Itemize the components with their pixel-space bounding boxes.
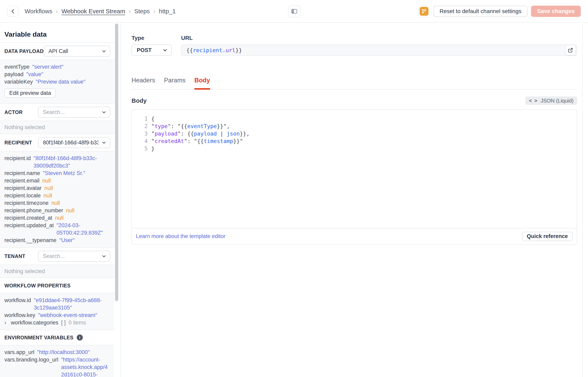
code-token: {{: [181, 123, 187, 129]
language-badge: < > JSON (Liquid): [525, 96, 577, 105]
back-button[interactable]: [7, 6, 19, 17]
variable-row: recipient.avatarnull: [4, 185, 110, 192]
code-token: {{: [187, 130, 194, 137]
tenant-select[interactable]: [38, 251, 110, 262]
edit-preview-data-button[interactable]: Edit preview data: [4, 88, 56, 98]
variable-value: null: [44, 192, 52, 199]
variable-value: null: [45, 185, 53, 192]
variable-row: recipient.phone_numbernull: [4, 207, 110, 214]
recipient-label: RECIPIENT: [4, 140, 32, 146]
variable-key: recipient.email: [4, 177, 39, 185]
code-line: 1{: [132, 115, 577, 122]
breadcrumb-separator: ›: [153, 8, 155, 14]
breadcrumb: Workflows › Webhook Event Stream › Steps…: [24, 8, 176, 15]
data-payload-selected: API Call: [48, 48, 68, 54]
expand-url-editor-button[interactable]: [565, 45, 576, 55]
method-select[interactable]: POST: [131, 45, 172, 56]
info-icon[interactable]: i: [77, 334, 83, 341]
save-changes-button[interactable]: Save changes: [531, 6, 581, 17]
actor-empty-section: Nothing selected: [0, 121, 114, 134]
sidebar-panel-icon: [291, 8, 298, 15]
recipient-select[interactable]: 80f1f4bf-166d-48f9-b33c: [38, 137, 110, 148]
workflow-properties-label: WORKFLOW PROPERTIES: [4, 283, 71, 289]
sidebar-scrollbar[interactable]: [115, 24, 118, 301]
method-selected: POST: [137, 47, 152, 53]
url-field: URL {{recipient.url}}: [181, 35, 577, 56]
url-label: URL: [181, 35, 577, 41]
recipient-selected: 80f1f4bf-166d-48f9-b33c: [43, 140, 98, 146]
tenant-label: TENANT: [4, 253, 25, 259]
actor-select[interactable]: [38, 107, 110, 118]
actor-row: ACTOR: [0, 103, 114, 121]
variable-row: payload"value": [4, 71, 110, 78]
variable-row: eventType"server:alert": [4, 63, 110, 71]
variable-key: recipient.created_at: [4, 214, 52, 222]
code-token: type: [154, 123, 168, 129]
tenant-empty-section: Nothing selected: [0, 265, 114, 278]
chevron-down-icon: [101, 254, 106, 259]
variable-value: null: [51, 199, 60, 207]
variable-value: "Steven Metz Sr.": [43, 170, 85, 177]
workflow-variable-list: workflow.id"e91ddae4-7f99-45cb-a688-3c12…: [4, 297, 110, 327]
recipient-properties-section: recipient.id"80f1f4bf-166d-48f9-b33c-390…: [0, 151, 114, 247]
commit-button[interactable]: [418, 5, 430, 17]
variable-key: recipient.name: [4, 170, 40, 177]
variable-value: "2024-03-05T00:42:29.839Z": [57, 222, 110, 237]
variable-row: vars.app_url"http://localhost:3000": [4, 349, 110, 356]
toggle-sidebar-button[interactable]: [288, 5, 301, 17]
line-number: 4: [132, 137, 148, 145]
tenant-search-input[interactable]: [43, 253, 98, 259]
recipient-variable-list: recipient.id"80f1f4bf-166d-48f9-b33c-390…: [4, 155, 110, 244]
data-payload-select[interactable]: API Call: [44, 46, 110, 57]
code-token: ":: [168, 123, 177, 129]
tab-params[interactable]: Params: [164, 77, 186, 89]
language-badge-text: JSON (Liquid): [541, 98, 574, 104]
tab-headers[interactable]: Headers: [131, 77, 155, 89]
code-token: }}: [235, 47, 242, 53]
code-token: {: [151, 116, 154, 122]
code-line-content: "payload": {{payload | json}},: [148, 130, 250, 137]
code-line-content: }: [148, 145, 154, 152]
code-token: ":: [184, 138, 194, 144]
method-field: Type POST: [131, 35, 172, 56]
reset-channel-settings-button[interactable]: Reset to default channel settings: [434, 6, 527, 17]
variable-data-sidebar: Variable data DATA PAYLOAD API Call even…: [0, 23, 121, 377]
breadcrumb-step-name: http_1: [159, 8, 176, 15]
breadcrumb-separator: ›: [56, 8, 58, 14]
variable-row: variableKey"Preview data value": [4, 78, 110, 86]
actor-search-input[interactable]: [43, 109, 98, 115]
code-line: 4"createdAt": "{{timestamp}}": [132, 137, 577, 145]
chevron-down-icon: [101, 140, 106, 145]
variable-value: "https://account-assets.knock.app/42d161…: [61, 356, 110, 377]
breadcrumb-steps[interactable]: Steps: [134, 8, 150, 15]
variable-value: [ ]: [61, 319, 66, 327]
chevron-right-icon[interactable]: ›: [4, 319, 8, 327]
variable-key: recipient.updated_at: [4, 222, 54, 229]
tab-body[interactable]: Body: [194, 77, 210, 89]
code-editor[interactable]: 1{2"type": "{{eventType}}",3"payload": {…: [132, 110, 577, 228]
variable-key: recipient.avatar: [4, 185, 42, 192]
url-input[interactable]: {{recipient.url}}: [181, 45, 577, 56]
template-editor-docs-link[interactable]: Learn more about the template editor: [136, 233, 225, 239]
chevron-down-icon: [162, 47, 168, 53]
breadcrumb-workflow-name[interactable]: Webhook Event Stream: [61, 8, 125, 15]
sidebar-scroll-area: Variable data DATA PAYLOAD API Call even…: [0, 23, 114, 377]
code-token: ": [177, 123, 181, 129]
variable-value: null: [66, 207, 74, 214]
workflow-properties-section: workflow.id"e91ddae4-7f99-45cb-a688-3c12…: [0, 293, 114, 330]
code-token: ": [151, 138, 154, 144]
code-token: url: [226, 47, 235, 53]
code-token: |: [217, 130, 227, 137]
code-line-content: {: [148, 115, 154, 122]
variable-value: "Preview data value": [36, 78, 85, 86]
quick-reference-button[interactable]: Quick reference: [522, 232, 573, 241]
breadcrumb-workflows[interactable]: Workflows: [24, 8, 52, 15]
code-token: payload: [194, 130, 217, 137]
code-token: eventType: [187, 123, 217, 129]
variable-row: workflow.key"webhook-event-stream": [4, 312, 110, 319]
url-value: {{recipient.url}}: [186, 47, 242, 53]
variable-row[interactable]: ›workflow.categories[ ]0 items: [4, 319, 110, 327]
variable-row: recipient.id"80f1f4bf-166d-48f9-b33c-390…: [4, 155, 110, 170]
code-token: }}: [217, 123, 223, 129]
variable-key: payload: [4, 71, 24, 78]
